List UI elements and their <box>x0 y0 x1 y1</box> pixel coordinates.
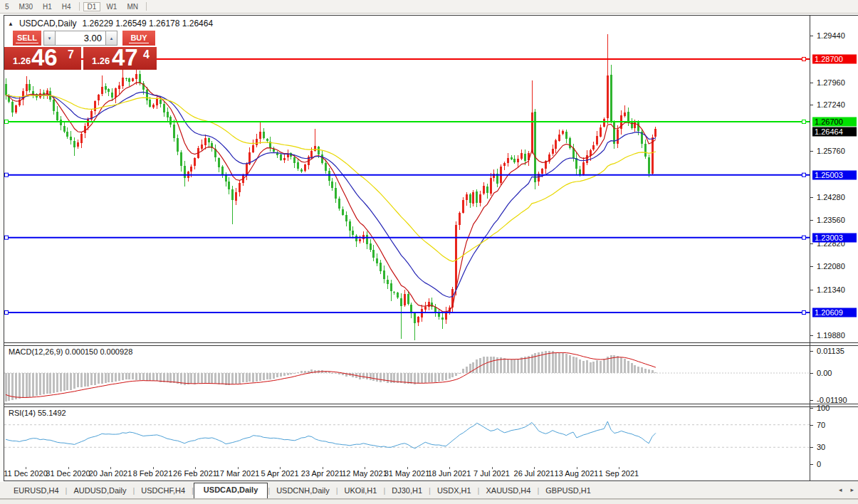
sell-price-big-digits: 46 <box>31 45 58 70</box>
chart-tabs: EURUSD,H4|AUDUSD,Daily|USDCHF,H4|USDCAD,… <box>7 482 597 498</box>
current-price-tag: 1.26464 <box>812 127 857 137</box>
chart-tab-GBPUSD-H1[interactable]: GBPUSD,H1 <box>539 484 597 498</box>
timeframe-button-W1[interactable]: W1 <box>102 2 121 11</box>
axis-tick-label: 1.19880 <box>817 331 845 340</box>
chart-tab-USDCNH-Daily[interactable]: USDCNH,Daily <box>270 484 336 498</box>
pane-separator[interactable] <box>4 342 858 343</box>
line-handle[interactable] <box>802 236 806 239</box>
axis-tick-mark <box>810 151 813 152</box>
one-click-trade-panel: SELL ▼ ▲ BUY 1.26 46 7 1.26 47 4 <box>4 30 157 70</box>
line-handle[interactable] <box>5 120 9 124</box>
timeframe-button-MN[interactable]: MN <box>122 2 142 11</box>
status-bar <box>0 499 858 504</box>
price-level-tag: 1.23003 <box>812 233 857 242</box>
axis-tick-label: 70 <box>817 421 825 429</box>
date-label: 31 May 2021 <box>384 469 430 478</box>
chart-tab-AUDUSD-Daily[interactable]: AUDUSD,Daily <box>67 484 132 498</box>
buy-button-label: BUY <box>129 33 148 43</box>
axis-tick-label: 0.00 <box>817 369 832 377</box>
line-handle[interactable] <box>5 236 9 239</box>
timeframe-button-M30[interactable]: M30 <box>15 2 37 11</box>
tab-scroll-controls: ◂ ▸ <box>839 486 854 493</box>
axis-tick-mark <box>810 83 813 83</box>
date-label: 17 Mar 2021 <box>216 469 260 478</box>
toolbar-separator <box>146 2 147 11</box>
line-handle[interactable] <box>802 173 806 177</box>
date-label: 31 Dec 2020 <box>46 469 90 478</box>
rsi-indicator-label: RSI(14) 55.1492 <box>9 409 66 417</box>
volume-input[interactable] <box>56 31 105 46</box>
buy-price-pip-digit: 4 <box>143 48 150 61</box>
chart-tab-USDCAD-Daily[interactable]: USDCAD,Daily <box>194 483 268 498</box>
buy-price-display[interactable]: 1.26 47 4 <box>83 47 157 70</box>
line-handle[interactable] <box>5 311 9 315</box>
chart-window: 1.294401.279601.272401.257601.242801.235… <box>4 15 858 481</box>
date-label: 11 Dec 2020 <box>4 469 48 478</box>
sell-button-label: SELL <box>16 33 38 43</box>
tabs-scroll-right-icon[interactable]: ▸ <box>850 486 854 493</box>
axis-tick-label: 1.27960 <box>817 78 845 87</box>
timeframe-button-D1[interactable]: D1 <box>83 2 101 11</box>
axis-tick-mark <box>810 290 813 290</box>
pane-separator[interactable] <box>4 345 858 346</box>
date-label: 12 May 2021 <box>342 469 387 478</box>
axis-tick-mark <box>810 464 813 465</box>
sell-button[interactable]: SELL <box>13 31 41 46</box>
sell-price-display[interactable]: 1.26 46 7 <box>4 47 81 70</box>
date-label: 13 Aug 2021 <box>555 469 599 478</box>
axis-tick-label: 1.29440 <box>817 31 845 40</box>
axis-tick-label: 1.22080 <box>817 262 845 271</box>
timeframe-button-H1[interactable]: H1 <box>38 2 56 11</box>
chart-tab-USDCHF-H4[interactable]: USDCHF,H4 <box>135 484 192 498</box>
date-label: 1 Sep 2021 <box>599 469 639 478</box>
price-chart-canvas[interactable] <box>4 16 810 481</box>
chart-frame-left <box>4 15 4 481</box>
pane-separator[interactable] <box>4 404 858 404</box>
date-label: 26 Jul 2021 <box>514 469 555 478</box>
timeframe-button-5[interactable]: 5 <box>1 2 14 11</box>
price-level-tag: 1.26700 <box>812 117 857 126</box>
sell-price-prefix: 1.26 <box>13 56 31 66</box>
volume-decrease-button[interactable]: ▼ <box>43 31 56 46</box>
price-level-tag: 1.25003 <box>812 170 857 179</box>
chart-tab-DJ30-H1[interactable]: DJ30,H1 <box>385 484 429 498</box>
price-axis[interactable]: 1.294401.279601.272401.257601.242801.235… <box>810 16 858 481</box>
line-handle[interactable] <box>5 173 9 177</box>
axis-tick-mark <box>810 400 813 401</box>
chart-tab-UKOil-H1[interactable]: UKOil,H1 <box>338 484 384 498</box>
buy-button[interactable]: BUY <box>122 31 155 46</box>
triangle-down-icon: ▼ <box>48 36 52 41</box>
axis-tick-label: 1.21340 <box>817 285 845 294</box>
line-handle[interactable] <box>802 311 806 315</box>
pane-separator[interactable] <box>4 406 858 407</box>
axis-tick-mark <box>810 335 813 336</box>
axis-tick-mark <box>810 408 813 409</box>
tabs-scroll-left-icon[interactable]: ◂ <box>839 486 842 493</box>
axis-tick-mark <box>810 197 813 198</box>
time-axis[interactable]: 11 Dec 202031 Dec 202020 Jan 20218 Feb 2… <box>4 467 858 481</box>
timeframe-button-H4[interactable]: H4 <box>58 2 75 11</box>
chart-tab-XAUUSD-H4[interactable]: XAUUSD,H4 <box>479 484 537 498</box>
price-level-tag: 1.20609 <box>812 308 857 317</box>
line-handle[interactable] <box>802 58 806 61</box>
chart-frame-top <box>4 15 858 16</box>
axis-tick-label: 30 <box>817 443 825 451</box>
axis-tick-mark <box>810 36 813 36</box>
axis-tick-mark <box>810 243 813 244</box>
axis-tick-mark <box>810 105 813 105</box>
chart-tab-EURUSD-H4[interactable]: EURUSD,H4 <box>7 484 66 498</box>
axis-tick-mark <box>810 351 813 352</box>
axis-tick-mark <box>810 373 813 374</box>
date-label: 5 Apr 2021 <box>261 469 298 478</box>
date-label: 20 Jan 2021 <box>89 469 132 478</box>
macd-indicator-label: MACD(12,26,9) 0.000150 0.000928 <box>9 347 132 356</box>
date-label: 8 Feb 2021 <box>133 469 173 478</box>
axis-tick-label: 1.25760 <box>817 147 845 155</box>
buy-price-big-digits: 47 <box>112 45 138 70</box>
volume-increase-button[interactable]: ▲ <box>105 31 117 46</box>
axis-tick-label: 100 <box>817 404 830 412</box>
collapse-chart-icon[interactable]: ▲ <box>8 21 14 27</box>
date-label: 23 Apr 2021 <box>301 469 343 478</box>
chart-tab-USDX-H1[interactable]: USDX,H1 <box>431 484 478 498</box>
line-handle[interactable] <box>802 120 806 124</box>
